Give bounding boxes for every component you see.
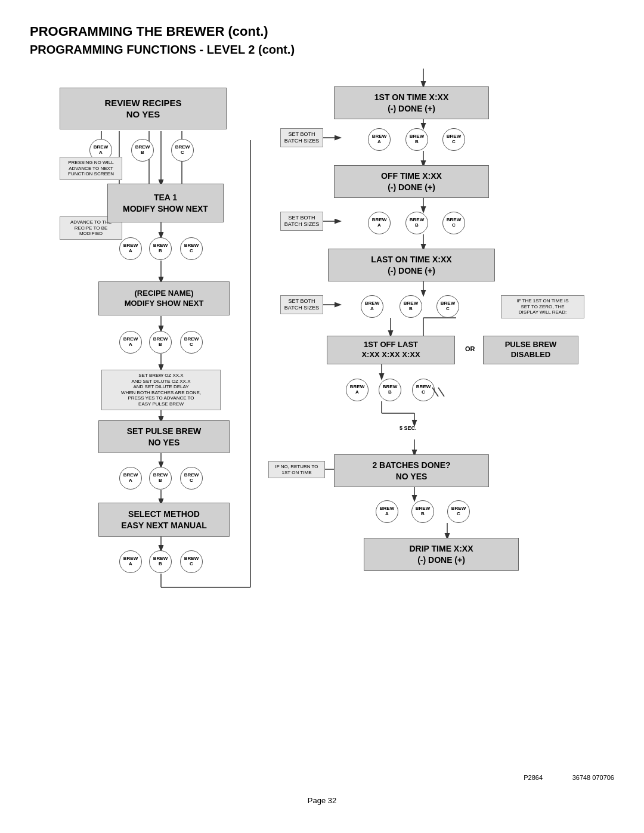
- 1st-on-time-box: 1ST ON TIME X:XX (-) DONE (+): [334, 86, 489, 119]
- set-both-3: SET BOTH BATCH SIZES: [280, 295, 323, 314]
- tea1-box: TEA 1 MODIFY SHOW NEXT: [107, 184, 224, 222]
- svg-line-37: [432, 388, 438, 397]
- brew-b-ot[interactable]: BREW B: [405, 212, 428, 234]
- brew-a-ot[interactable]: BREW A: [368, 212, 391, 234]
- drip-time-box: DRIP TIME X:XX (-) DONE (+): [364, 538, 519, 571]
- brew-b-2bd[interactable]: BREW B: [411, 500, 434, 523]
- or-label: OR: [465, 345, 475, 352]
- diagram-area: REVIEW RECIPES NO YES BREW A BREW B BREW…: [30, 69, 614, 784]
- brew-b-rn[interactable]: BREW B: [149, 331, 172, 354]
- brew-c-spb[interactable]: BREW C: [180, 467, 203, 490]
- brew-b-spb[interactable]: BREW B: [149, 467, 172, 490]
- off-time-box: OFF TIME X:XX (-) DONE (+): [334, 165, 489, 198]
- brew-a-sm[interactable]: BREW A: [119, 550, 142, 573]
- footer-version: 36748 070706: [572, 774, 614, 781]
- brew-c-lot[interactable]: BREW C: [436, 295, 459, 318]
- brew-c-sm[interactable]: BREW C: [180, 550, 203, 573]
- set-both-2: SET BOTH BATCH SIZES: [280, 212, 323, 231]
- brew-b-fol[interactable]: BREW B: [379, 379, 401, 401]
- brew-b-sm[interactable]: BREW B: [149, 550, 172, 573]
- title2: PROGRAMMING FUNCTIONS - LEVEL 2 (cont.): [30, 43, 614, 57]
- if-1st-on-time-note: IF THE 1ST ON TIME IS SET TO ZERO, THE D…: [501, 295, 584, 318]
- brew-a-tea[interactable]: BREW A: [119, 237, 142, 260]
- pressing-no-note: PRESSING NO WILL ADVANCE TO NEXT FUNCTIO…: [60, 157, 122, 180]
- 5-sec-label: 5 SEC.: [400, 425, 417, 431]
- review-recipes-box: REVIEW RECIPES NO YES: [60, 88, 227, 129]
- brew-a-fol[interactable]: BREW A: [346, 379, 369, 401]
- page-number: Page 32: [30, 796, 614, 805]
- brew-c-2bd[interactable]: BREW C: [447, 500, 470, 523]
- brew-b-rr[interactable]: BREW B: [131, 139, 154, 162]
- svg-line-38: [438, 388, 444, 397]
- brew-c-ot[interactable]: BREW C: [442, 212, 465, 234]
- brew-a-1ot[interactable]: BREW A: [368, 128, 391, 151]
- brew-c-1ot[interactable]: BREW C: [442, 128, 465, 151]
- footer-code: P2864: [524, 774, 543, 781]
- brew-a-2bd[interactable]: BREW A: [376, 500, 398, 523]
- if-no-return-note: IF NO, RETURN TO 1ST ON TIME: [268, 461, 325, 478]
- brew-a-rn[interactable]: BREW A: [119, 331, 142, 354]
- page-container: PROGRAMMING THE BREWER (cont.) PROGRAMMI…: [0, 0, 644, 833]
- brew-c-rn[interactable]: BREW C: [180, 331, 203, 354]
- set-brew-oz-note: SET BREW OZ XX.X AND SET DILUTE OZ XX.X …: [101, 370, 221, 410]
- tick-marks-svg: [429, 385, 453, 402]
- recipe-name-box: (RECIPE NAME) MODIFY SHOW NEXT: [98, 281, 230, 315]
- brew-c-rr[interactable]: BREW C: [171, 139, 194, 162]
- brew-b-lot[interactable]: BREW B: [400, 295, 422, 318]
- brew-c-tea[interactable]: BREW C: [180, 237, 203, 260]
- brew-a-spb[interactable]: BREW A: [119, 467, 142, 490]
- set-pulse-brew-box: SET PULSE BREW NO YES: [98, 420, 230, 453]
- last-on-time-box: LAST ON TIME X:XX (-) DONE (+): [328, 249, 495, 281]
- brew-b-tea[interactable]: BREW B: [149, 237, 172, 260]
- 2-batches-done-box: 2 BATCHES DONE? NO YES: [334, 454, 489, 487]
- set-both-1: SET BOTH BATCH SIZES: [280, 128, 323, 147]
- pulse-brew-disabled-box: PULSE BREW DISABLED: [483, 336, 578, 364]
- brew-b-1ot[interactable]: BREW B: [405, 128, 428, 151]
- title1: PROGRAMMING THE BREWER (cont.): [30, 24, 614, 39]
- brew-a-lot[interactable]: BREW A: [361, 295, 383, 318]
- select-method-box: SELECT METHOD EASY NEXT MANUAL: [98, 503, 230, 537]
- 1st-off-last-box: 1ST OFF LAST X:XX X:XX X:XX: [327, 336, 455, 364]
